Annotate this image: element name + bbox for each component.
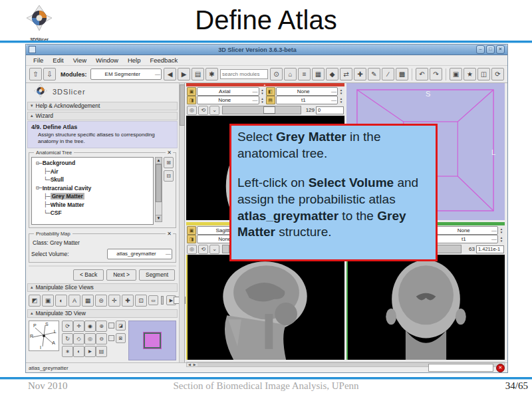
slice-link-icon[interactable]: ◩ <box>29 295 41 307</box>
coronal-offset-field[interactable]: 1.4211e-1 <box>476 245 504 253</box>
module-colors-icon[interactable]: ▩ <box>396 68 408 80</box>
close-button[interactable]: ✕ <box>496 45 505 54</box>
lookfrom-toggle-icon[interactable]: ⊠ <box>116 333 126 343</box>
menu-help[interactable]: Help <box>123 57 146 64</box>
tree-item-grey-matter[interactable]: ├─ Grey Matter <box>32 192 153 201</box>
axial-offset-slider[interactable] <box>222 106 301 114</box>
coronal-labelmap-select[interactable]: t1— <box>436 235 499 243</box>
minimize-button[interactable]: – <box>476 45 485 54</box>
spinner[interactable]: ▲▼ <box>260 97 265 104</box>
tree-scrollbar[interactable]: ▲ ▼ <box>155 157 162 222</box>
undo-icon[interactable]: ↶ <box>416 68 428 80</box>
spinner[interactable]: ▲▼ <box>499 236 504 243</box>
stereo-icon[interactable]: ▤ <box>96 346 107 357</box>
module-search-icon[interactable]: ⊙ <box>270 68 283 80</box>
navigation-preview[interactable] <box>128 321 176 360</box>
module-measurements-icon[interactable]: ∕ <box>382 68 394 80</box>
foreground-layer-icon[interactable]: ◧ <box>266 87 275 96</box>
menu-view[interactable]: View <box>68 57 91 64</box>
module-editor-icon[interactable]: ✎ <box>368 68 380 80</box>
spinner[interactable]: ▲▼ <box>260 88 265 95</box>
menu-file[interactable]: File <box>29 57 48 64</box>
slice-compare-icon[interactable]: ▦ <box>82 295 94 307</box>
select-volume-dropdown[interactable]: atlas_greymatter — <box>107 249 172 259</box>
slice-fade-icon[interactable]: ▭ <box>148 295 158 305</box>
module-models-icon[interactable]: ◆ <box>326 68 338 80</box>
labelmap-layer-icon[interactable]: ▤ <box>266 96 275 104</box>
coronal-viewport[interactable] <box>346 255 505 360</box>
tree-expand-icon[interactable]: ⊟─ <box>36 160 43 166</box>
orientation-compass[interactable]: P S L R A I <box>29 321 59 351</box>
help-section-header[interactable]: ▾ Help & Acknowledgement <box>27 102 178 110</box>
sagittal-viewport[interactable] <box>186 255 344 360</box>
background-layer-icon[interactable]: ◨ <box>187 235 196 243</box>
back-button[interactable]: < Back <box>73 269 104 281</box>
module-fiducials-icon[interactable]: ✚ <box>354 68 366 80</box>
module-data-icon[interactable]: ≡ <box>298 68 311 80</box>
axes-visibility-icon[interactable]: ∗ <box>62 346 73 357</box>
module-selector[interactable]: EM Segmenter — <box>90 68 162 80</box>
rotate-view-icon[interactable]: ↻ <box>62 333 73 344</box>
tree-item-air[interactable]: ├─ Air <box>32 167 153 176</box>
background-layer-icon[interactable]: ◨ <box>187 96 196 104</box>
slice-pin-icon[interactable]: ▣ <box>187 87 196 96</box>
modules-refresh-icon[interactable]: ✱ <box>205 68 218 80</box>
checkbox[interactable] <box>108 335 114 341</box>
fiducial-toolbar-icon[interactable]: ★ <box>464 68 476 80</box>
tree-collapse-all-icon[interactable]: ⊟ <box>164 170 174 182</box>
view3d-section-header[interactable]: ▴ Manipulate 3D View <box>27 309 178 318</box>
slice-rotate-icon[interactable]: ⟲ <box>198 106 208 115</box>
spinner[interactable]: ▲▼ <box>499 227 504 234</box>
slider-thumb[interactable] <box>263 106 275 114</box>
spinner[interactable]: ▲▼ <box>338 88 344 95</box>
maximize-button[interactable]: □ <box>486 45 495 54</box>
spinner[interactable]: ▲▼ <box>338 97 344 104</box>
slice-pin-icon[interactable]: ▣ <box>187 226 196 235</box>
orthographic-toggle-icon[interactable]: ◪ <box>116 321 126 331</box>
tree-item-background[interactable]: ⊟─ Background <box>32 159 153 168</box>
axial-foreground-select[interactable]: None— <box>276 87 338 96</box>
slice-crosshair-icon[interactable]: ⊜ <box>95 295 107 307</box>
scrollbar-thumb[interactable] <box>156 164 162 202</box>
tree-item-intracranial-cavity[interactable]: ⊟─ Intracranial Cavity <box>32 184 153 192</box>
snapshot-icon[interactable]: ◎ <box>84 333 96 344</box>
next-button[interactable]: Next > <box>106 269 136 281</box>
box-visibility-icon[interactable]: ◇ <box>73 333 84 344</box>
look-from-icon[interactable]: ► <box>84 346 96 357</box>
axial-labelmap-select[interactable]: t1— <box>276 96 338 104</box>
spin-view-icon[interactable]: ⟳ <box>62 321 73 332</box>
wizard-section-header[interactable]: ▴ Wizard <box>27 112 178 120</box>
window-titlebar[interactable]: 3D Slicer Version 3.6.3-beta – □ ✕ <box>26 45 507 55</box>
search-modules-input[interactable] <box>220 69 268 79</box>
checkbox[interactable] <box>108 323 114 329</box>
axial-background-select[interactable]: None— <box>197 96 259 104</box>
tree-item-csf[interactable]: └─ CSF <box>32 209 153 217</box>
menu-feedback[interactable]: Feedback <box>145 57 182 64</box>
save-snapshot-icon[interactable]: ▣ <box>450 68 462 80</box>
tree-expand-icon[interactable]: ⊟─ <box>36 185 43 191</box>
module-volumes-icon[interactable]: ▦ <box>312 68 325 80</box>
slice-visibility-icon[interactable]: ◎ <box>187 245 197 254</box>
scroll-up-icon[interactable]: ▲ <box>156 158 162 164</box>
slice-views-section-header[interactable]: ▴ Manipulate Slice Views <box>27 283 178 292</box>
slice-grid-icon[interactable]: ✛ <box>108 295 120 307</box>
progress-field[interactable] <box>428 364 493 372</box>
menu-edit[interactable]: Edit <box>48 57 68 64</box>
modules-next-icon[interactable]: ▶ <box>178 68 190 80</box>
visibility-icon[interactable]: ◐ <box>73 346 84 357</box>
scrollbar-thumb[interactable] <box>180 84 185 126</box>
slice-more-icon[interactable]: ⌄ <box>209 245 219 254</box>
axial-color-bar[interactable]: ▲ <box>186 83 344 86</box>
slice-more-icon[interactable]: ⌄ <box>209 106 219 115</box>
tree-item-skull[interactable]: └─ Skull <box>32 176 153 184</box>
screen-capture-icon[interactable]: ⟳ <box>491 68 504 80</box>
save-scene-icon[interactable]: ⇩ <box>43 68 56 80</box>
zoom-out-icon[interactable]: ⊖ <box>96 333 107 344</box>
error-icon[interactable]: ✕ <box>496 364 505 372</box>
slice-rotate-icon[interactable]: ⟲ <box>198 245 208 254</box>
axial-orientation-select[interactable]: Axial— <box>197 87 259 96</box>
slice-pan-icon[interactable]: ✚ <box>122 295 134 307</box>
layout-chooser-icon[interactable]: ◫ <box>477 68 490 80</box>
module-transforms-icon[interactable]: ⇄ <box>340 68 352 80</box>
center-view-icon[interactable]: ✛ <box>73 321 84 332</box>
